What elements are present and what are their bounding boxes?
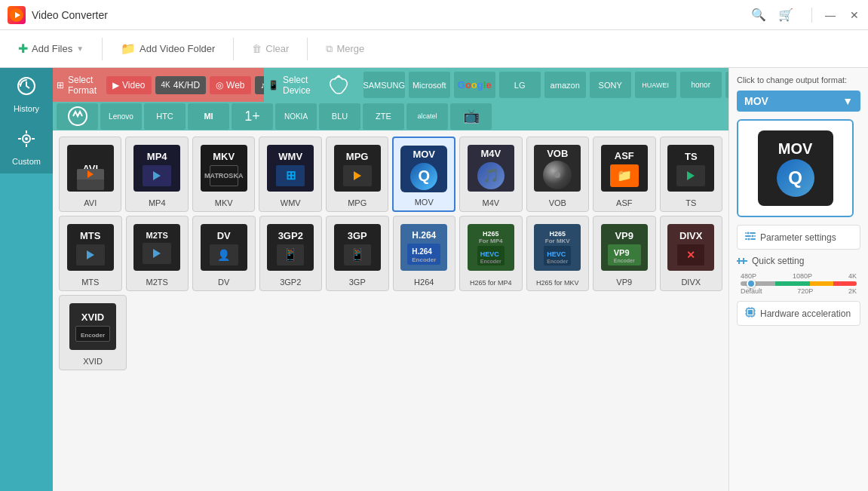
format-item-vp9[interactable]: VP9 VP9 Encoder VP9 bbox=[593, 216, 656, 291]
add-video-folder-button[interactable]: 📁 Add Video Folder bbox=[110, 37, 225, 60]
format-right: 📱 Select Device SAMSUNG Microsoft Google… bbox=[264, 68, 728, 102]
device-samsung-button[interactable]: SAMSUNG bbox=[363, 72, 405, 98]
hardware-acceleration-button[interactable]: Hardware acceleration bbox=[737, 301, 860, 326]
format-item-h265mp4[interactable]: H265 For MP4 HEVC Encoder H265 for MP4 bbox=[459, 216, 523, 291]
history-icon bbox=[17, 76, 36, 100]
format-item-mov[interactable]: MOV Q MOV bbox=[392, 137, 455, 212]
toolbar-divider-3 bbox=[307, 38, 308, 60]
h265mkv-label: H265 for MKV bbox=[536, 279, 579, 287]
hd-format-button[interactable]: 4K 4K/HD bbox=[155, 76, 207, 94]
mov-label: MOV bbox=[415, 198, 434, 207]
sidebar-item-custom[interactable]: Custom bbox=[0, 121, 53, 173]
format-item-asf[interactable]: ASF 📁 ASF bbox=[593, 137, 655, 212]
format-dropdown-arrow-icon: ▼ bbox=[842, 95, 853, 107]
device-nokia-button[interactable]: NOKIA bbox=[275, 103, 317, 130]
device-apple-button[interactable] bbox=[318, 72, 360, 98]
close-button[interactable]: ✕ bbox=[848, 9, 860, 21]
format-item-h265mkv[interactable]: H265 For MKV HEVC Encoder H265 for MKV bbox=[526, 216, 590, 291]
device-lg-button[interactable]: LG bbox=[499, 72, 541, 98]
device-google-button[interactable]: Google bbox=[454, 72, 495, 98]
device-motorola-button[interactable] bbox=[57, 103, 98, 130]
format-item-vob[interactable]: VOB VOB bbox=[526, 137, 589, 212]
app-logo bbox=[8, 6, 26, 24]
selected-format-label: MOV bbox=[744, 95, 768, 107]
mpg-label: MPG bbox=[348, 198, 367, 207]
add-files-button[interactable]: ✚ Add Files ▼ bbox=[8, 37, 94, 60]
format-item-3gp[interactable]: 3GP 📱 3GP bbox=[326, 216, 389, 291]
device-alcatel-button[interactable]: alcatel bbox=[406, 103, 448, 130]
wmv-thumb: WMV ⊞ bbox=[263, 141, 317, 195]
cart-icon[interactable]: 🛒 bbox=[778, 8, 793, 22]
merge-button[interactable]: ⧉ Merge bbox=[315, 38, 375, 60]
sidebar-item-history[interactable]: History bbox=[0, 68, 53, 121]
slider-thumb[interactable] bbox=[747, 279, 756, 288]
custom-label: Custom bbox=[12, 157, 41, 166]
4k-icon: 4K bbox=[161, 81, 170, 89]
mpg-thumb: MPG bbox=[330, 141, 385, 195]
svg-marker-3 bbox=[19, 84, 22, 86]
title-bar-left: Video Converter bbox=[8, 6, 108, 24]
video-format-button[interactable]: ▶ Video bbox=[106, 76, 151, 94]
slider-track[interactable] bbox=[741, 281, 857, 286]
format-item-mts[interactable]: MTS MTS bbox=[59, 216, 122, 291]
folder-icon: 📁 bbox=[121, 41, 136, 56]
device-tv-button[interactable]: 📺 bbox=[450, 103, 492, 130]
device-huawei-button[interactable]: HUAWEI bbox=[635, 72, 676, 98]
format-item-m4v[interactable]: M4V 🎵 M4V bbox=[459, 137, 522, 212]
mov-thumb: MOV Q bbox=[397, 142, 451, 196]
device-microsoft-button[interactable]: Microsoft bbox=[409, 72, 450, 98]
history-label: History bbox=[14, 104, 39, 113]
format-item-h264[interactable]: H.264 H.264 Encoder H264 bbox=[393, 216, 456, 291]
device-honor-button[interactable]: honor bbox=[680, 72, 722, 98]
format-item-mpg[interactable]: MPG MPG bbox=[326, 137, 388, 212]
quality-slider[interactable]: 480P 1080P 4K Default 720P 2K bbox=[737, 272, 860, 295]
format-header-row: ⊞ Select Format ▶ Video 4K 4K/HD ◎ Web ♪… bbox=[53, 68, 728, 102]
sidebar: History Custom bbox=[0, 68, 53, 491]
format-row-1: AVI AVI bbox=[59, 137, 722, 212]
right-panel: Click to change output format: MOV ▼ MOV… bbox=[728, 68, 868, 491]
format-icon: ⊞ bbox=[57, 80, 64, 91]
format-item-3gp2[interactable]: 3GP2 📱 3GP2 bbox=[259, 216, 323, 291]
format-item-xvid[interactable]: XVID Encoder XVID bbox=[59, 295, 127, 370]
clear-icon: 🗑 bbox=[252, 43, 262, 54]
format-item-mkv[interactable]: MKV MATROSKA MKV bbox=[192, 137, 255, 212]
wmv-label: WMV bbox=[281, 198, 301, 207]
output-format-selector[interactable]: MOV ▼ bbox=[737, 91, 860, 112]
web-format-button[interactable]: ◎ Web bbox=[210, 76, 250, 94]
format-item-wmv[interactable]: WMV ⊞ WMV bbox=[259, 137, 321, 212]
format-item-dv[interactable]: DV 👤 DV bbox=[192, 216, 256, 291]
asf-label: ASF bbox=[616, 198, 632, 207]
dv-label: DV bbox=[218, 278, 229, 287]
parameter-settings-button[interactable]: Parameter settings bbox=[737, 225, 860, 250]
device-sony-button[interactable]: SONY bbox=[590, 72, 631, 98]
clear-button[interactable]: 🗑 Clear bbox=[241, 38, 299, 59]
select-device-label: Select Device bbox=[283, 75, 311, 96]
format-item-divx[interactable]: DIVX ✕ DIVX bbox=[660, 216, 723, 291]
3gp-label: 3GP bbox=[349, 278, 366, 287]
format-item-m2ts[interactable]: M2TS M2TS bbox=[126, 216, 189, 291]
device-mi-button[interactable]: MI bbox=[188, 103, 229, 130]
format-area: ⊞ Select Format ▶ Video 4K 4K/HD ◎ Web ♪… bbox=[53, 68, 728, 491]
minimize-button[interactable]: — bbox=[824, 9, 836, 21]
ts-label: TS bbox=[686, 198, 696, 207]
format-item-ts[interactable]: TS TS bbox=[660, 137, 722, 212]
dv-thumb: DV 👤 bbox=[197, 220, 251, 275]
format-grid: AVI AVI bbox=[53, 130, 728, 491]
m4v-label: M4V bbox=[482, 198, 499, 207]
device-blu-button[interactable]: BLU bbox=[319, 103, 360, 130]
output-format-title: Click to change output format: bbox=[737, 75, 860, 84]
quicktime-q-icon: Q bbox=[777, 159, 814, 197]
device-oneplus-button[interactable]: 1+ bbox=[232, 103, 273, 130]
device-htc-button[interactable]: HTC bbox=[144, 103, 186, 130]
format-item-avi[interactable]: AVI AVI bbox=[59, 137, 121, 212]
device-amazon-button[interactable]: amazon bbox=[544, 72, 586, 98]
svg-point-16 bbox=[751, 235, 754, 238]
dropdown-arrow-icon[interactable]: ▼ bbox=[76, 44, 84, 53]
hardware-icon bbox=[745, 307, 756, 320]
format-item-mp4[interactable]: MP4 MP4 bbox=[125, 137, 188, 212]
device-zte-button[interactable]: ZTE bbox=[363, 103, 404, 130]
svg-point-15 bbox=[747, 232, 750, 235]
3gp-thumb: 3GP 📱 bbox=[330, 220, 385, 275]
device-lenovo-button[interactable]: Lenovo bbox=[100, 103, 142, 130]
search-icon[interactable]: 🔍 bbox=[751, 8, 766, 22]
